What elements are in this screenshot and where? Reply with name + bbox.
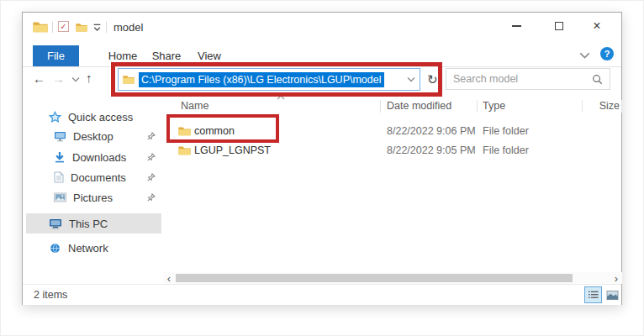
- help-button[interactable]: ?: [600, 47, 614, 60]
- tab-home[interactable]: Home: [102, 45, 144, 66]
- column-header-type[interactable]: Type: [483, 100, 505, 112]
- sidebar-item-label: Documents: [71, 171, 126, 184]
- explorer-window: ✓ model × File Home Share View ?: [22, 12, 622, 305]
- tab-view[interactable]: View: [188, 45, 230, 66]
- file-name: common: [194, 125, 235, 137]
- close-icon: ×: [593, 19, 600, 33]
- column-separator: [621, 100, 622, 113]
- folder-icon: [178, 145, 191, 155]
- pin-icon: [147, 153, 156, 161]
- screenshot-background: ✓ model × File Home Share View ?: [0, 0, 644, 336]
- titlebar-separator: [52, 22, 53, 33]
- tab-file[interactable]: File: [33, 45, 79, 66]
- desktop-icon: [54, 131, 66, 142]
- star-icon: [49, 111, 61, 123]
- column-header-size[interactable]: Size: [579, 100, 620, 112]
- sidebar-item-desktop[interactable]: Desktop: [23, 126, 161, 146]
- search-box: [446, 68, 610, 90]
- sidebar-item-label: Downloads: [72, 151, 126, 164]
- file-date-modified: 8/22/2022 9:05 PM: [387, 144, 476, 156]
- back-button[interactable]: ←: [33, 72, 45, 85]
- search-input[interactable]: [453, 73, 587, 85]
- titlebar-separator: [106, 22, 107, 33]
- thumbnail-view-button[interactable]: [604, 286, 621, 303]
- file-type: File folder: [483, 144, 529, 156]
- sidebar-item-label: This PC: [69, 218, 108, 230]
- details-view-button[interactable]: [584, 286, 602, 303]
- file-date-modified: 8/22/2022 9:06 PM: [387, 125, 476, 137]
- check-icon: ✓: [60, 22, 66, 31]
- sidebar-item-label: Network: [68, 242, 108, 255]
- sidebar-item-label: Desktop: [73, 130, 113, 143]
- column-header-row: Name Date modified Type Size: [163, 97, 623, 116]
- sidebar-item-pictures[interactable]: Pictures: [23, 187, 161, 207]
- window-title: model: [113, 21, 143, 34]
- minimize-icon: [512, 25, 521, 27]
- file-row-common[interactable]: common 8/22/2022 9:06 PM File folder: [163, 122, 623, 141]
- file-row-lgup-lgnpst[interactable]: LGUP_LGNPST 8/22/2022 9:05 PM File folde…: [163, 141, 623, 160]
- address-bar[interactable]: C:\Program Files (x86)\LG Electronics\LG…: [118, 68, 420, 91]
- scrollbar-thumb[interactable]: [176, 274, 573, 282]
- qat-customize-dropdown-icon[interactable]: [92, 24, 102, 32]
- scroll-left-icon[interactable]: ‹: [163, 272, 175, 284]
- sidebar-item-downloads[interactable]: Downloads: [23, 147, 161, 167]
- pictures-icon: [54, 192, 66, 202]
- pin-icon: [147, 173, 156, 181]
- thumbnail-view-icon: [606, 290, 619, 301]
- document-icon: [54, 171, 64, 183]
- column-separator: [380, 100, 381, 113]
- up-button[interactable]: ↑: [86, 71, 92, 84]
- file-type: File folder: [483, 125, 529, 137]
- tab-share[interactable]: Share: [145, 45, 187, 66]
- ribbon-divider: [23, 66, 621, 67]
- sidebar-item-label: Pictures: [73, 192, 113, 204]
- recent-locations-dropdown-icon[interactable]: [71, 76, 80, 82]
- maximize-icon: [555, 22, 563, 30]
- pin-icon: [147, 193, 156, 202]
- computer-icon: [49, 218, 62, 229]
- download-icon: [54, 151, 66, 163]
- file-name: LGUP_LGNPST: [194, 144, 271, 156]
- forward-button[interactable]: →: [52, 72, 65, 85]
- network-icon: [49, 243, 61, 254]
- pin-icon: [147, 132, 156, 140]
- qat-properties-button[interactable]: ✓: [58, 21, 69, 32]
- ribbon-collapse-icon[interactable]: [579, 52, 590, 59]
- column-separator: [477, 100, 478, 113]
- maximize-button[interactable]: [541, 14, 577, 38]
- minimize-button[interactable]: [499, 14, 534, 38]
- horizontal-scrollbar[interactable]: ‹ ›: [163, 272, 622, 284]
- column-header-date-modified[interactable]: Date modified: [387, 100, 451, 112]
- scroll-right-icon[interactable]: ›: [610, 272, 622, 284]
- sidebar-item-label: Quick access: [68, 111, 133, 123]
- window-folder-icon: [33, 21, 48, 33]
- sidebar-item-documents[interactable]: Documents: [23, 167, 161, 187]
- details-view-icon: [588, 290, 599, 300]
- close-button[interactable]: ×: [579, 14, 615, 38]
- address-path-text: C:\Program Files (x86)\LG Electronics\LG…: [139, 72, 384, 87]
- status-bar: 2 items: [23, 284, 621, 305]
- refresh-button[interactable]: ↻: [427, 72, 438, 87]
- sidebar-item-this-pc[interactable]: This PC: [26, 213, 161, 234]
- sidebar-item-network[interactable]: Network: [23, 238, 161, 258]
- column-separator: [582, 100, 583, 113]
- address-folder-icon: [123, 75, 135, 84]
- column-header-name[interactable]: Name: [181, 100, 209, 112]
- search-icon[interactable]: [592, 74, 603, 85]
- qat-new-folder-button[interactable]: [76, 23, 87, 32]
- sidebar-item-quick-access[interactable]: Quick access: [23, 107, 161, 127]
- titlebar: ✓ model ×: [23, 13, 621, 44]
- address-dropdown-icon[interactable]: [407, 76, 415, 82]
- folder-icon: [178, 126, 191, 136]
- item-count: 2 items: [34, 289, 67, 301]
